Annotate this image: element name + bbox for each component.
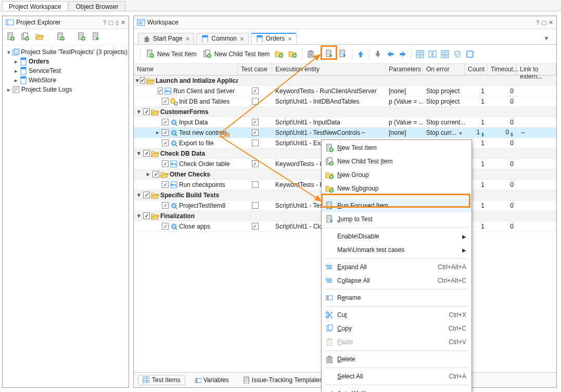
dropdown-icon[interactable]: ▼ [458,131,463,136]
outdent-button[interactable] [384,48,397,60]
pin-button[interactable]: ▢ [108,19,113,26]
checkbox[interactable] [162,160,169,167]
help-button[interactable]: ? [103,19,106,26]
cm-rename[interactable]: Rename [322,291,471,305]
tab-object-browser[interactable]: Object Browser [69,1,125,11]
timeout-cell[interactable]: 0 [488,119,517,126]
new-pages-button[interactable] [19,31,32,43]
checkbox[interactable] [143,150,150,157]
close-icon[interactable]: × [288,35,292,42]
timeout-cell[interactable]: 0 [488,223,517,230]
new-page-button[interactable] [5,31,17,43]
cm-delete[interactable]: Delete [322,352,471,366]
checkbox[interactable] [162,119,169,125]
cm-cut[interactable]: CutCtrl+X [322,308,471,322]
checkbox[interactable] [143,108,150,115]
expand-icon[interactable]: ▸ [6,86,12,93]
test-item-row[interactable]: Run Client and ServerKeywordTests - RunC… [134,86,556,96]
checkbox[interactable] [252,87,259,94]
col-timeout[interactable]: Timeout... [488,64,517,75]
err-cell[interactable]: Stop curr...▼ [423,129,465,136]
ellipsis-button[interactable]: ··· [521,129,525,136]
expand-icon[interactable]: ▾ [136,77,139,84]
checkbox[interactable] [162,129,169,136]
cm-new-group[interactable]: New Group [322,168,471,182]
expand-icon[interactable]: ▸ [155,129,161,136]
timeout-cell[interactable]: 0 [488,98,517,105]
timeout-cell[interactable]: 0▲▼ [488,129,517,137]
cm-auto-width[interactable]: Auto Width [322,387,471,392]
move-down-button[interactable] [372,48,384,60]
cm-expand-all[interactable]: Expand AllCtrl+Alt+A [322,260,471,274]
timeout-cell[interactable]: 0 [488,87,517,95]
count-cell[interactable]: 1 [465,87,488,95]
count-cell[interactable]: 1▲▼ [465,129,488,137]
expand-icon[interactable]: ▾ [136,108,142,115]
col-testcase[interactable]: Test case [238,64,272,75]
indent-button[interactable] [397,48,409,60]
cm-enable-disable[interactable]: Enable\Disable▶ [322,230,471,243]
expand-icon[interactable]: ▸ [13,58,19,65]
checkbox[interactable] [252,119,259,125]
close-icon[interactable]: × [240,35,244,42]
run-page-button[interactable] [90,31,103,43]
col-link[interactable]: Link to extern... [517,64,556,75]
cm-jump-to-test[interactable]: Jump to Test [322,212,471,226]
close-icon[interactable]: × [186,35,190,42]
tab-project-workspace[interactable]: Project Workspace [2,1,68,11]
expand-icon[interactable]: ▾ [136,212,142,219]
btab-variables[interactable]: Variables [189,375,234,385]
checkbox[interactable] [252,129,259,136]
spinner[interactable]: ▲▼ [510,132,514,137]
square-button[interactable] [464,48,476,60]
new-test-item-button[interactable]: New Test Item [143,48,200,60]
tabs-dropdown[interactable]: ▼ [541,34,552,42]
count-cell[interactable]: 1 [465,98,488,105]
checkbox[interactable] [252,98,259,105]
cm-new-subgroup[interactable]: New Subgroup [322,182,471,195]
col-count[interactable]: Count [465,64,488,75]
ws-close-button[interactable]: ✕ [549,19,553,26]
cm-collapse-all[interactable]: Collapse AllCtrl+Alt+C [322,274,471,287]
add-page-button[interactable] [55,31,67,43]
expand-icon[interactable]: ▸ [13,77,19,84]
maximize-button[interactable]: ▯ [116,19,119,26]
count-cell[interactable]: 1 [465,119,488,126]
exec-cell[interactable]: Script\Unit1 - InputData [272,119,386,126]
new-item-button[interactable] [75,31,88,43]
tree-logs[interactable]: ▸Project Suite Logs [4,85,128,94]
group-row[interactable]: ▾Launch and Intialize Applications [134,75,556,86]
err-cell[interactable]: Stop current... [423,119,465,126]
exec-cell[interactable]: KeywordTests - RunClientAndServer [272,87,386,95]
tree-servicetest[interactable]: ▸ServiceTest [4,66,128,75]
cm-new-child-test-item[interactable]: New Child Test Item [322,155,471,168]
cm-run-focused[interactable]: Run Focused Item [322,199,471,212]
checkbox[interactable] [162,140,169,146]
group-row[interactable]: ▾CustomerForms [134,107,556,117]
expand-icon[interactable]: ▸ [145,171,151,178]
spinner[interactable]: ▲▼ [481,132,484,137]
col-err[interactable]: On error [423,64,465,75]
btab-test-items[interactable]: Test Items [138,375,185,385]
shield-button[interactable] [451,48,464,60]
run-focused-button[interactable] [323,48,336,60]
expand-icon[interactable]: ▸ [13,68,19,74]
timeout-cell[interactable]: 0 [488,160,517,168]
open-button[interactable] [34,31,46,43]
col-name[interactable]: Name [134,64,238,75]
ws-max-button[interactable]: ▢ [541,19,546,26]
columns-button[interactable] [426,48,439,60]
jump-to-test-button[interactable] [336,48,350,60]
expand-icon[interactable]: ▾ [136,192,142,198]
test-item-row[interactable]: Input DataScript\Unit1 - InputDatap (Val… [134,117,556,128]
new-folder-button[interactable] [273,48,286,60]
tab-start-page[interactable]: Start Page× [138,33,194,44]
checkbox[interactable] [252,160,259,167]
checkbox[interactable] [162,181,169,188]
checkbox[interactable] [140,77,145,84]
err-cell[interactable]: Stop project [423,98,465,105]
ellipsis-button[interactable]: ··· [361,129,365,136]
link-cell[interactable]: ··· [517,129,556,136]
cm-mark-unmark[interactable]: Mark\Unmark test cases▶ [322,243,471,257]
tab-orders[interactable]: Orders× [251,33,297,44]
